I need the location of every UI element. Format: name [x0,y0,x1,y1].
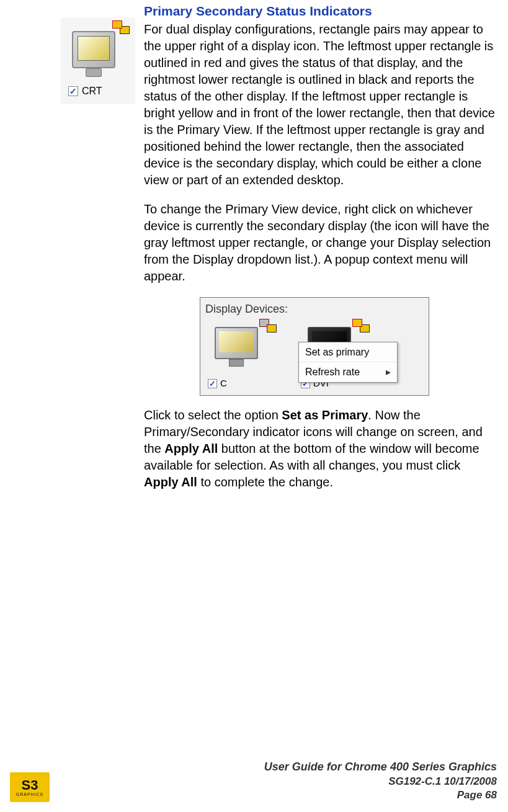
crt-checkbox-row: ✓ CRT [68,84,102,98]
display-devices-figure: Display Devices: ✓C ✓DVI [200,297,429,395]
footer-docnum-date: SG192-C.1 10/17/2008 [264,775,497,788]
menu-item-set-primary[interactable]: Set as primary [299,342,397,363]
text-run: Click to select the option [144,408,282,422]
figure-caption: Display Devices: [205,301,424,316]
monitor-icon [215,327,258,359]
crt-display-icon: ✓ CRT [61,17,135,104]
monitor-icon [72,31,115,68]
submenu-arrow-icon: ▸ [386,365,391,379]
monitor-stand-icon [86,68,102,77]
bold-set-as-primary: Set as Primary [282,408,368,422]
context-menu: Set as primary Refresh rate▸ [298,342,398,383]
logo-subtext: GRAPHICS [16,792,44,796]
device-checkbox-row: ✓C [208,377,227,390]
checkbox-icon[interactable]: ✓ [68,86,78,96]
bold-apply-all: Apply All [144,475,197,489]
menu-item-refresh-rate[interactable]: Refresh rate▸ [299,362,397,382]
status-indicator-secondary-icon [260,319,276,332]
footer-page-number: 68 [485,789,497,801]
crt-icon-column: ✓ CRT [10,2,140,104]
menu-item-label: Set as primary [305,346,369,359]
paragraph-3: Click to select the option Set as Primar… [144,407,498,491]
status-indicator-icon [113,21,129,33]
footer-title: User Guide for Chrome 400 Series Graphic… [264,760,497,774]
footer-page-label: Page [457,789,485,801]
checkbox-icon[interactable]: ✓ [208,379,217,388]
menu-item-label: Refresh rate [305,365,360,379]
paragraph-2: To change the Primary View device, right… [144,201,498,285]
monitor-stand-icon [229,359,244,367]
crt-label: CRT [82,84,102,98]
s3-logo: S3 GRAPHICS [10,772,50,802]
device-crt[interactable]: ✓C [205,321,280,389]
status-indicator-primary-icon [353,319,369,332]
logo-text: S3 [22,779,38,792]
footer-page: Page 68 [264,788,497,802]
section-heading: Primary Secondary Status Indicators [144,2,498,20]
paragraph-1: For dual display configurations, rectang… [144,21,498,189]
text-run: to complete the change. [197,475,333,489]
bold-apply-all: Apply All [164,442,218,455]
device-label: C [220,377,227,390]
page-footer: User Guide for Chrome 400 Series Graphic… [264,760,497,802]
